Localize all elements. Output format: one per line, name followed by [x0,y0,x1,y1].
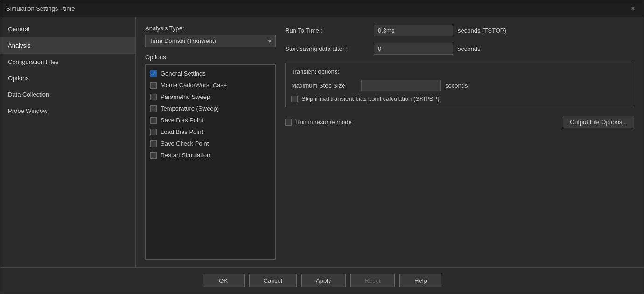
run-to-time-label: Run To Time : [285,27,369,34]
option-label-load-bias-point: Load Bias Point [161,128,203,135]
option-label-general-settings: General Settings [161,70,206,77]
option-item-save-bias-point[interactable]: Save Bias Point [146,114,275,126]
option-item-general-settings[interactable]: General Settings [146,68,275,79]
option-checkbox-restart-simulation[interactable] [150,152,157,159]
option-checkbox-parametric-sweep[interactable] [150,94,157,100]
option-label-save-check-point: Save Check Point [161,140,209,147]
right-panel: Run To Time : seconds (TSTOP) Start savi… [285,25,634,260]
max-step-input[interactable] [361,80,441,91]
dialog-body: GeneralAnalysisConfiguration FilesOption… [0,17,644,267]
option-label-temperature-sweep: Temperature (Sweep) [161,105,219,112]
option-label-save-bias-point: Save Bias Point [161,117,203,124]
resume-checkbox[interactable] [285,119,292,126]
run-to-time-unit: seconds (TSTOP) [458,27,506,34]
transient-options-box: Transient options: Maximum Step Size sec… [285,63,634,107]
skipbp-label: Skip initial transient bias point calcul… [301,95,440,102]
sidebar-item-options[interactable]: Options [0,70,135,86]
start-saving-unit: seconds [458,45,480,52]
options-list: General SettingsMonte Carlo/Worst CasePa… [145,64,276,260]
apply-button[interactable]: Apply [301,274,346,287]
option-checkbox-save-check-point[interactable] [150,140,157,147]
option-item-temperature-sweep[interactable]: Temperature (Sweep) [146,103,275,114]
options-label: Options: [145,54,276,61]
option-label-restart-simulation: Restart Simulation [161,152,210,159]
left-panel: Analysis Type: Time Domain (Transient) ▼… [145,25,276,260]
reset-button[interactable]: Reset [350,274,395,287]
window-title: Simulation Settings - time [6,5,75,12]
analysis-type-label: Analysis Type: [145,25,276,32]
option-checkbox-load-bias-point[interactable] [150,129,157,135]
option-checkbox-monte-carlo[interactable] [150,82,157,89]
option-item-load-bias-point[interactable]: Load Bias Point [146,126,275,138]
max-step-label: Maximum Step Size [291,82,357,89]
option-checkbox-temperature-sweep[interactable] [150,105,157,112]
option-checkbox-save-bias-point[interactable] [150,117,157,124]
skipbp-row: Skip initial transient bias point calcul… [291,95,628,102]
ok-button[interactable]: OK [203,274,245,287]
content-row: Analysis Type: Time Domain (Transient) ▼… [145,25,634,260]
sidebar-item-data-collection[interactable]: Data Collection [0,86,135,103]
simulation-settings-dialog: Simulation Settings - time × GeneralAnal… [0,0,644,294]
start-saving-input[interactable] [374,43,453,55]
option-checkbox-general-settings[interactable] [150,70,157,77]
max-step-unit: seconds [445,82,468,89]
sidebar: GeneralAnalysisConfiguration FilesOption… [0,17,136,267]
start-saving-row: Start saving data after : seconds [285,43,634,55]
sidebar-item-analysis[interactable]: Analysis [0,37,135,54]
start-saving-label: Start saving data after : [285,45,369,52]
cancel-button[interactable]: Cancel [249,274,297,287]
title-bar: Simulation Settings - time × [0,0,644,17]
output-file-options-button[interactable]: Output File Options... [563,116,634,128]
sidebar-item-configuration-files[interactable]: Configuration Files [0,54,135,70]
resume-label: Run in resume mode [295,119,352,126]
sidebar-item-general[interactable]: General [0,21,135,37]
resume-left: Run in resume mode [285,119,352,126]
option-label-parametric-sweep: Parametric Sweep [161,93,210,100]
max-step-row: Maximum Step Size seconds [291,80,628,91]
option-item-monte-carlo[interactable]: Monte Carlo/Worst Case [146,79,275,91]
help-button[interactable]: Help [399,274,441,287]
option-label-monte-carlo: Monte Carlo/Worst Case [161,82,227,89]
option-item-parametric-sweep[interactable]: Parametric Sweep [146,91,275,103]
transient-options-title: Transient options: [291,68,628,75]
main-content: Analysis Type: Time Domain (Transient) ▼… [136,17,644,267]
run-to-time-input[interactable] [374,25,453,36]
skipbp-checkbox[interactable] [291,96,298,102]
close-button[interactable]: × [628,4,638,14]
sidebar-item-probe-window[interactable]: Probe Window [0,103,135,119]
option-item-restart-simulation[interactable]: Restart Simulation [146,149,275,161]
run-to-time-row: Run To Time : seconds (TSTOP) [285,25,634,36]
option-item-save-check-point[interactable]: Save Check Point [146,138,275,149]
analysis-type-select[interactable]: Time Domain (Transient) [145,35,276,47]
analysis-type-dropdown-wrap: Time Domain (Transient) ▼ [145,35,276,47]
resume-row: Run in resume mode Output File Options..… [285,116,634,128]
dialog-footer: OK Cancel Apply Reset Help [0,267,644,294]
